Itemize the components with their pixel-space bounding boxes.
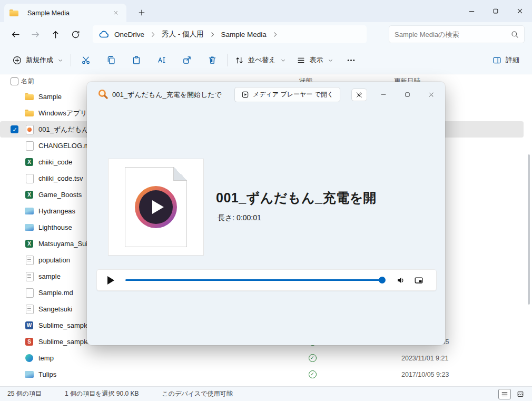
text-icon xyxy=(25,256,34,265)
cut-button[interactable] xyxy=(73,50,98,70)
select-all-checkbox[interactable] xyxy=(11,77,18,85)
onedrive-cloud-icon xyxy=(99,30,109,40)
up-icon[interactable] xyxy=(45,25,65,43)
details-pane-button[interactable]: 詳細 xyxy=(487,50,525,70)
media-player-icon xyxy=(241,91,249,99)
row-checkbox[interactable] xyxy=(11,125,18,133)
pin-off-icon xyxy=(356,91,363,99)
close-icon[interactable] xyxy=(508,0,532,22)
refresh-icon[interactable] xyxy=(65,25,85,43)
play-icon xyxy=(152,200,164,214)
command-bar: 新規作成 並べ替え 表示 詳細 xyxy=(0,46,532,74)
media-thumbnail xyxy=(108,159,204,256)
delete-button[interactable] xyxy=(200,50,225,70)
maximize-icon[interactable] xyxy=(484,0,508,22)
tab-close-icon[interactable] xyxy=(110,7,121,19)
text-icon xyxy=(25,272,34,281)
chevron-down-icon xyxy=(280,57,286,63)
page-fold xyxy=(173,167,187,181)
image-icon xyxy=(25,207,34,216)
view-button[interactable]: 表示 xyxy=(291,50,339,70)
file-name[interactable]: Tulips xyxy=(38,370,307,378)
view-icon xyxy=(297,56,306,65)
item-count: 25 個の項目 xyxy=(7,389,42,398)
tab-title: Sample Media xyxy=(27,9,105,17)
preview-file-name: 001_ずんだもん_充電を開 xyxy=(216,189,377,207)
search-box xyxy=(389,25,525,43)
forward-icon[interactable] xyxy=(25,25,45,43)
play-button[interactable] xyxy=(107,276,114,285)
file-row[interactable]: Tulips 2017/10/05 9:23 xyxy=(0,366,524,383)
paste-button[interactable] xyxy=(124,50,149,70)
doc-icon xyxy=(25,288,34,297)
breadcrumb-item-onedrive[interactable]: OneDrive xyxy=(112,30,146,40)
details-pane-icon xyxy=(492,56,501,65)
excel-icon xyxy=(25,158,34,167)
mini-player-icon[interactable] xyxy=(414,276,423,285)
quicklook-icon xyxy=(97,89,109,100)
pin-toggle-button[interactable] xyxy=(351,89,367,101)
sort-button[interactable]: 並べ替え xyxy=(230,50,291,70)
sync-status-icon xyxy=(309,354,317,362)
open-with-media-player-button[interactable]: メディア プレーヤー で開く xyxy=(234,87,340,102)
preview-close-icon[interactable] xyxy=(423,87,439,102)
edge-icon xyxy=(25,354,34,363)
paste-icon xyxy=(132,55,141,65)
preview-minimize-icon[interactable] xyxy=(376,87,391,102)
back-icon[interactable] xyxy=(5,25,25,43)
search-icon[interactable] xyxy=(511,31,519,38)
red-icon xyxy=(25,337,34,346)
sort-label: 並べ替え xyxy=(248,55,276,65)
chevron-right-icon[interactable] xyxy=(209,31,216,38)
new-tab-button[interactable] xyxy=(134,5,150,20)
folder-icon xyxy=(9,8,18,17)
text-icon xyxy=(25,305,34,314)
preview-maximize-icon[interactable] xyxy=(399,87,415,102)
chevron-down-icon xyxy=(57,57,63,63)
preview-title: 001_ずんだもん_充電を開始したで xyxy=(112,90,222,100)
search-input[interactable] xyxy=(395,31,511,38)
new-item-icon xyxy=(13,56,22,65)
preview-title-bar[interactable]: 001_ずんだもん_充電を開始したで メディア プレーヤー で開く xyxy=(87,82,445,107)
chevron-right-icon[interactable] xyxy=(150,31,156,38)
scrollbar-thumb[interactable] xyxy=(528,154,530,305)
scrollbar xyxy=(527,151,531,370)
share-button[interactable] xyxy=(174,50,200,70)
audio-player-bar xyxy=(96,269,437,291)
selection-summary: 1 個の項目を選択 90.0 KB xyxy=(65,389,139,398)
divider xyxy=(227,54,228,66)
seek-knob[interactable] xyxy=(379,277,386,283)
rename-button[interactable] xyxy=(149,50,174,70)
new-item-label: 新規作成 xyxy=(26,55,53,65)
share-icon xyxy=(182,55,192,65)
minimize-icon[interactable] xyxy=(459,0,484,22)
folder-icon xyxy=(25,109,34,118)
divider xyxy=(71,54,71,66)
new-item-button[interactable]: 新規作成 xyxy=(7,50,68,70)
breadcrumb-item-user[interactable]: 秀人 - 個人用 xyxy=(160,28,206,40)
image-icon xyxy=(25,370,34,379)
thumb-view-icon[interactable] xyxy=(514,389,527,399)
breadcrumb: OneDrive 秀人 - 個人用 Sample Media xyxy=(93,25,367,43)
seek-bar[interactable] xyxy=(125,279,385,281)
media-icon xyxy=(25,125,34,134)
explorer-tab[interactable]: Sample Media xyxy=(4,4,126,22)
file-page-icon xyxy=(125,167,187,247)
volume-icon[interactable] xyxy=(396,276,406,285)
status-bar: 25 個の項目 1 個の項目を選択 90.0 KB このデバイスで使用可能 xyxy=(0,386,532,401)
more-button[interactable] xyxy=(339,50,364,70)
breadcrumb-item-folder[interactable]: Sample Media xyxy=(219,30,269,40)
word-icon xyxy=(25,321,34,330)
address-bar: OneDrive 秀人 - 個人用 Sample Media xyxy=(0,22,532,46)
file-name[interactable]: temp xyxy=(38,354,307,362)
file-row[interactable]: temp 2023/11/01 9:21 xyxy=(0,350,524,366)
chevron-down-icon xyxy=(328,57,333,63)
sync-status-icon xyxy=(309,370,317,378)
file-modified: 2023/11/01 9:21 xyxy=(401,355,448,362)
list-view-icon[interactable] xyxy=(498,389,511,399)
cut-icon xyxy=(81,55,91,65)
excel-icon xyxy=(25,190,34,199)
open-with-label: メディア プレーヤー で開く xyxy=(253,90,333,99)
chevron-right-icon[interactable] xyxy=(272,31,279,38)
copy-button[interactable] xyxy=(98,50,124,70)
